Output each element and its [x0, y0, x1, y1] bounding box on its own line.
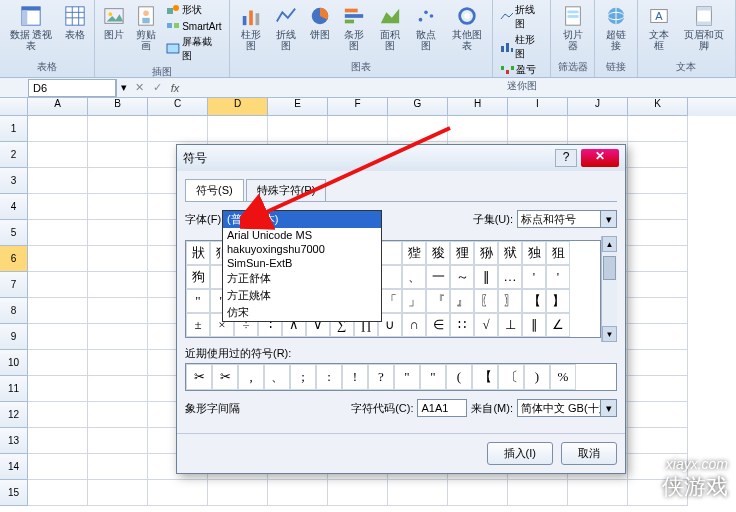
column-header[interactable]: A — [28, 98, 88, 116]
recent-symbol-cell[interactable]: ) — [524, 364, 550, 390]
recent-symbol-cell[interactable]: 、 — [264, 364, 290, 390]
cell[interactable] — [28, 376, 88, 402]
shapes-button[interactable]: 形状 — [163, 2, 224, 18]
close-button[interactable]: ✕ — [581, 149, 619, 167]
symbol-cell[interactable]: 、 — [402, 265, 426, 289]
cell[interactable] — [28, 298, 88, 324]
dropdown-item[interactable]: Arial Unicode MS — [223, 228, 381, 242]
cell[interactable] — [148, 116, 208, 142]
cell[interactable] — [148, 480, 208, 506]
row-header[interactable]: 8 — [0, 298, 28, 324]
clipart-button[interactable]: 剪贴画 — [131, 2, 161, 53]
grid-scrollbar[interactable]: ▲ ▼ — [601, 236, 617, 342]
column-header[interactable]: G — [388, 98, 448, 116]
row-header[interactable]: 3 — [0, 168, 28, 194]
cell[interactable] — [28, 350, 88, 376]
symbol-cell[interactable]: 【 — [522, 289, 546, 313]
cell[interactable] — [88, 324, 148, 350]
font-dropdown-list[interactable]: (普通文本)Arial Unicode MShakuyoxingshu7000S… — [222, 210, 382, 322]
char-code-input[interactable]: A1A1 — [417, 399, 467, 417]
cell[interactable] — [268, 116, 328, 142]
symbol-cell[interactable]: ± — [186, 313, 210, 337]
symbol-cell[interactable]: 〗 — [498, 289, 522, 313]
column-header[interactable]: J — [568, 98, 628, 116]
symbol-cell[interactable]: √ — [474, 313, 498, 337]
cancel-formula-icon[interactable]: ✕ — [130, 81, 148, 94]
row-header[interactable]: 11 — [0, 376, 28, 402]
cell[interactable] — [28, 194, 88, 220]
cell[interactable] — [88, 454, 148, 480]
cell[interactable] — [28, 246, 88, 272]
row-header[interactable]: 15 — [0, 480, 28, 506]
cell[interactable] — [568, 480, 628, 506]
symbol-cell[interactable]: 〖 — [474, 289, 498, 313]
cell[interactable] — [628, 350, 688, 376]
column-header[interactable]: F — [328, 98, 388, 116]
symbol-cell[interactable]: " — [186, 289, 210, 313]
area-chart-button[interactable]: 面积图 — [373, 2, 407, 53]
fx-icon[interactable]: fx — [166, 82, 184, 94]
symbol-cell[interactable]: ∥ — [522, 313, 546, 337]
row-header[interactable]: 5 — [0, 220, 28, 246]
recent-symbol-cell[interactable]: % — [550, 364, 576, 390]
cell[interactable] — [28, 116, 88, 142]
dropdown-item[interactable]: SimSun-ExtB — [223, 256, 381, 270]
headerfooter-button[interactable]: 页眉和页脚 — [678, 2, 731, 53]
row-header[interactable]: 10 — [0, 350, 28, 376]
cancel-button[interactable]: 取消 — [561, 442, 617, 465]
hyperlink-button[interactable]: 超链接 — [599, 2, 633, 53]
cell[interactable] — [568, 116, 628, 142]
enter-formula-icon[interactable]: ✓ — [148, 81, 166, 94]
chevron-down-icon[interactable]: ▾ — [600, 211, 616, 227]
cell[interactable] — [88, 428, 148, 454]
recent-symbol-cell[interactable]: 〔 — [498, 364, 524, 390]
symbol-cell[interactable]: ～ — [450, 265, 474, 289]
symbol-cell[interactable]: ∷ — [450, 313, 474, 337]
cell[interactable] — [628, 116, 688, 142]
row-header[interactable]: 12 — [0, 402, 28, 428]
chevron-down-icon[interactable]: ▾ — [600, 400, 616, 416]
cell[interactable] — [88, 246, 148, 272]
cell[interactable] — [628, 220, 688, 246]
symbol-cell[interactable]: 独 — [522, 241, 546, 265]
recent-symbol-cell[interactable]: ✂ — [212, 364, 238, 390]
cell[interactable] — [508, 480, 568, 506]
recent-symbol-cell[interactable]: 【 — [472, 364, 498, 390]
cell[interactable] — [88, 298, 148, 324]
dialog-titlebar[interactable]: 符号 ? ✕ — [177, 145, 625, 171]
symbol-cell[interactable]: 一 — [426, 265, 450, 289]
cell[interactable] — [28, 454, 88, 480]
row-header[interactable]: 7 — [0, 272, 28, 298]
recent-symbol-cell[interactable]: ( — [446, 364, 472, 390]
cell[interactable] — [628, 376, 688, 402]
tab-symbols[interactable]: 符号(S) — [185, 179, 244, 201]
cell[interactable] — [388, 480, 448, 506]
recent-symbol-cell[interactable]: : — [316, 364, 342, 390]
line-chart-button[interactable]: 折线图 — [270, 2, 304, 53]
row-header[interactable]: 1 — [0, 116, 28, 142]
symbol-cell[interactable]: … — [498, 265, 522, 289]
cell[interactable] — [28, 402, 88, 428]
symbol-cell[interactable]: 狸 — [450, 241, 474, 265]
pivot-table-button[interactable]: 数据 透视表 — [4, 2, 58, 53]
from-combo[interactable]: 简体中文 GB(十六▾ — [517, 399, 617, 417]
recent-symbols[interactable]: ✂✂,、;:!?""(【〔)% — [185, 363, 617, 391]
cell[interactable] — [628, 246, 688, 272]
cell[interactable] — [448, 480, 508, 506]
cell[interactable] — [88, 168, 148, 194]
column-header[interactable]: C — [148, 98, 208, 116]
cell[interactable] — [28, 272, 88, 298]
cell[interactable] — [628, 454, 688, 480]
select-all-corner[interactable] — [0, 98, 28, 116]
symbol-cell[interactable]: ' — [546, 265, 570, 289]
dropdown-item[interactable]: 方正姚体 — [223, 287, 381, 304]
column-header[interactable]: B — [88, 98, 148, 116]
cell[interactable] — [28, 220, 88, 246]
row-header[interactable]: 6 — [0, 246, 28, 272]
dropdown-item[interactable]: 仿宋 — [223, 304, 381, 321]
cell[interactable] — [628, 194, 688, 220]
cell[interactable] — [508, 116, 568, 142]
column-header[interactable]: E — [268, 98, 328, 116]
bar-chart-button[interactable]: 条形图 — [337, 2, 371, 53]
picture-button[interactable]: 图片 — [99, 2, 129, 42]
